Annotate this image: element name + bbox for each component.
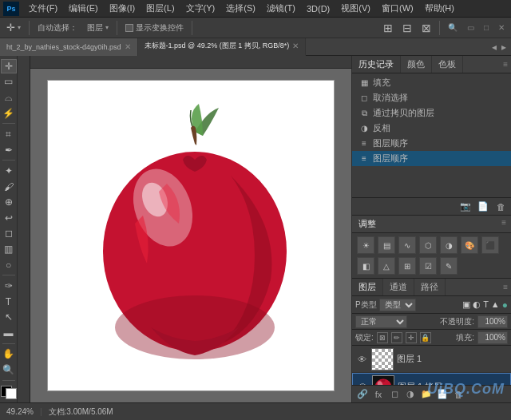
tool-clone[interactable]: ⊕ — [1, 195, 17, 209]
history-item-5[interactable]: ≡ 图层顺序 — [352, 151, 511, 166]
tool-hand[interactable]: ✋ — [1, 347, 17, 362]
tool-dodge[interactable]: ○ — [1, 258, 17, 272]
tab-arrow-left[interactable]: ◂ — [490, 42, 498, 53]
tool-path-select[interactable]: ↖ — [1, 310, 17, 324]
tab-2[interactable]: 未标题-1.psd @ 49.2% (图层 1 拷贝, RGB/8*) ✕ — [138, 38, 307, 56]
panel-menu-btn[interactable]: ≡ — [500, 56, 511, 73]
menu-3d[interactable]: 3D(D) — [302, 2, 335, 15]
toolbar-align-right[interactable]: ⊠ — [418, 20, 434, 36]
adj-levels[interactable]: ▤ — [378, 236, 395, 254]
menu-image[interactable]: 图像(I) — [105, 1, 140, 16]
menu-view[interactable]: 视图(V) — [336, 1, 375, 16]
paths-tab[interactable]: 路径 — [414, 279, 446, 295]
layers-lock-row: 锁定: ⊠ ✏ ✛ 🔒 填充: — [352, 330, 511, 346]
history-icon-1: ◻ — [358, 93, 370, 104]
menu-filter[interactable]: 滤镜(T) — [262, 1, 300, 16]
history-snapshot-btn[interactable]: 📷 — [458, 200, 473, 214]
menu-help[interactable]: 帮助(H) — [420, 1, 459, 16]
channels-tab[interactable]: 通道 — [383, 279, 414, 295]
filter-type-icon[interactable]: T — [483, 299, 489, 311]
menu-type[interactable]: 文字(Y) — [181, 1, 220, 16]
toolbar-align-left[interactable]: ⊞ — [380, 20, 396, 36]
history-item-2[interactable]: ⧉ 通过拷贝的图层 — [352, 105, 511, 121]
layer-0-visibility[interactable]: 👁 — [355, 353, 368, 366]
layer-mask-btn[interactable]: ◻ — [387, 387, 402, 402]
adj-curves[interactable]: ∿ — [398, 236, 416, 254]
menu-window[interactable]: 窗口(W) — [377, 1, 418, 16]
history-item-0[interactable]: ▦ 填充 — [352, 75, 511, 90]
history-item-1[interactable]: ◻ 取消选择 — [352, 90, 511, 105]
adj-bw[interactable]: ◧ — [357, 257, 374, 275]
tool-move[interactable]: ✛ — [1, 59, 17, 73]
swatch-tab[interactable]: 色板 — [432, 56, 463, 73]
toolbar-search[interactable]: 🔍 — [445, 22, 461, 34]
tool-zoom[interactable]: 🔍 — [1, 363, 17, 377]
history-item-4[interactable]: ≡ 图层顺序 — [352, 136, 511, 151]
layers-panel-menu[interactable]: ≡ — [500, 279, 511, 295]
filter-pixel-icon[interactable]: ▣ — [462, 299, 470, 311]
adj-brightness[interactable]: ☀ — [357, 236, 374, 254]
tool-crop[interactable]: ⌗ — [1, 127, 17, 141]
fill-input[interactable] — [477, 331, 508, 344]
toolbar-align-center-h[interactable]: ⊟ — [399, 20, 415, 36]
tab-1-close[interactable]: ✕ — [125, 42, 131, 51]
layer-item-0[interactable]: 👁 图层 1 — [352, 346, 511, 373]
tool-shape[interactable]: ▬ — [1, 326, 17, 340]
tool-brush[interactable]: 🖌 — [1, 180, 17, 194]
tool-eyedropper[interactable]: ✒ — [1, 143, 17, 157]
adj-hsl[interactable]: 🎨 — [461, 236, 478, 254]
tool-eraser[interactable]: ◻ — [1, 227, 17, 241]
tool-pen[interactable]: ✑ — [1, 279, 17, 293]
tool-lasso[interactable]: ⌓ — [1, 90, 17, 105]
layer-link-btn[interactable]: 🔗 — [355, 387, 370, 402]
history-delete-btn[interactable]: 🗑 — [493, 200, 508, 214]
lock-all[interactable]: 🔒 — [420, 332, 431, 343]
adj-vibrance[interactable]: ◑ — [440, 236, 458, 254]
tab-1[interactable]: ht_2_by_nathies_stock-d4gy0ih.psd ✕ — [0, 38, 138, 56]
filter-shape-icon[interactable]: ▲ — [491, 299, 500, 311]
adj-color-balance[interactable]: ⬛ — [481, 236, 499, 254]
history-tab[interactable]: 历史记录 — [352, 56, 401, 73]
color-tab[interactable]: 颜色 — [401, 56, 432, 73]
history-new-doc-btn[interactable]: 📄 — [476, 200, 490, 214]
toolbar-close[interactable]: ✕ — [495, 22, 508, 34]
tool-spot-heal[interactable]: ✦ — [1, 164, 17, 178]
toolbar-move-tool[interactable]: ✛ ▾ — [3, 20, 24, 35]
lock-paint[interactable]: ✏ — [391, 332, 402, 343]
toolbar-minimize[interactable]: ▭ — [464, 22, 477, 34]
tool-magic-wand[interactable]: ⚡ — [1, 106, 17, 121]
toolbar-maximize[interactable]: □ — [481, 22, 492, 34]
fg-bg-colors[interactable] — [1, 386, 17, 399]
tab-2-close[interactable]: ✕ — [292, 42, 299, 50]
opacity-input[interactable] — [477, 315, 508, 328]
layer-style-btn[interactable]: fx — [371, 387, 386, 402]
tool-history-brush[interactable]: ↩ — [1, 211, 17, 225]
menu-edit[interactable]: 编辑(E) — [64, 1, 103, 16]
show-transform-checkbox[interactable]: 显示变换控件 — [122, 21, 187, 35]
tool-type[interactable]: T — [1, 295, 17, 309]
tab-arrow-right[interactable]: ▸ — [500, 42, 508, 53]
history-tabs-row: 历史记录 颜色 色板 ≡ — [352, 56, 511, 73]
auto-select-dropdown[interactable]: 图层 ▾ — [84, 21, 112, 35]
menu-layer[interactable]: 图层(L) — [141, 1, 179, 16]
lock-transparent[interactable]: ⊠ — [377, 332, 388, 343]
adj-color-lookup[interactable]: ☑ — [419, 257, 437, 275]
layers-tab[interactable]: 图层 — [352, 279, 383, 295]
adj-photo-filter[interactable]: △ — [378, 257, 395, 275]
menu-file[interactable]: 文件(F) — [24, 1, 62, 16]
adj-exposure[interactable]: ⬡ — [419, 236, 437, 254]
filter-adj-icon[interactable]: ◐ — [473, 299, 481, 311]
background-color[interactable] — [6, 388, 17, 399]
tool-marquee[interactable]: ▭ — [1, 75, 17, 89]
filter-toggle[interactable]: ● — [502, 299, 508, 311]
blend-mode-select[interactable]: 正常 — [355, 315, 407, 328]
menu-select[interactable]: 选择(S) — [221, 1, 260, 16]
tool-gradient[interactable]: ▥ — [1, 242, 17, 256]
adj-invert[interactable]: ✎ — [440, 257, 458, 275]
history-item-3[interactable]: ◑ 反相 — [352, 121, 511, 136]
filter-type-select[interactable]: 类型 — [379, 299, 416, 311]
layer-adj-btn[interactable]: ◑ — [403, 387, 418, 402]
lock-position[interactable]: ✛ — [406, 332, 417, 343]
adj-panel-menu-btn[interactable]: ≡ — [498, 218, 509, 227]
adj-channel-mixer[interactable]: ⊞ — [398, 257, 416, 275]
